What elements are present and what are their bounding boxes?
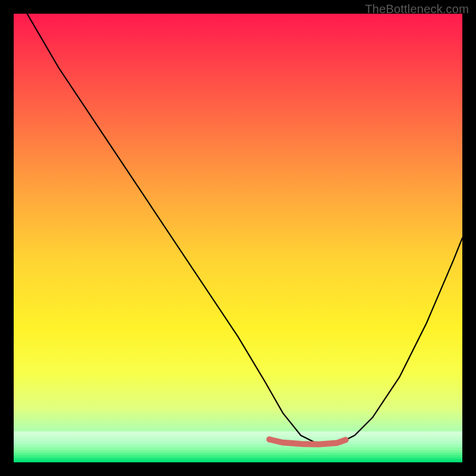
- watermark-text: TheBottleneck.com: [365, 2, 469, 16]
- plot-area: [14, 14, 462, 462]
- optimal-region-marker: [270, 440, 346, 444]
- chart-frame: TheBottleneck.com: [0, 0, 476, 476]
- optimal-region-dot: [267, 437, 273, 443]
- bottleneck-curve: [27, 14, 462, 444]
- curve-layer: [14, 14, 462, 462]
